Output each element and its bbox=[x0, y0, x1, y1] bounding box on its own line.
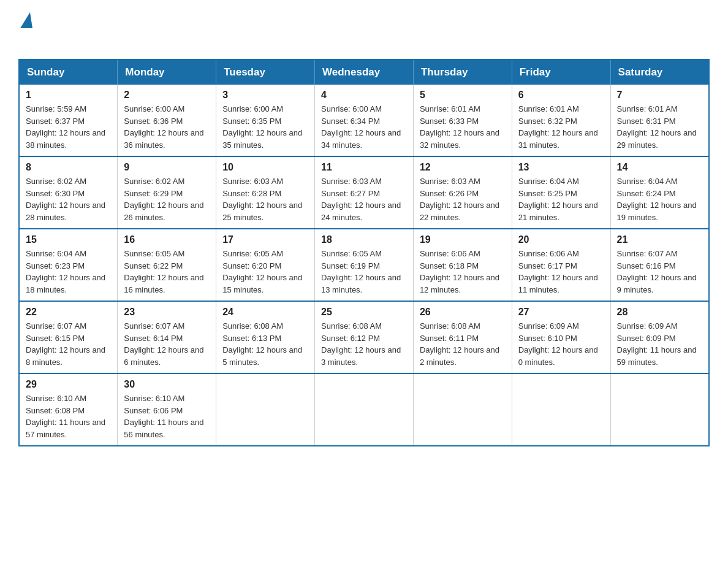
day-info: Sunrise: 6:08 AM Sunset: 6:13 PM Dayligh… bbox=[222, 320, 308, 368]
weekday-header-monday: Monday bbox=[118, 59, 216, 85]
day-cell-8: 8 Sunrise: 6:02 AM Sunset: 6:30 PM Dayli… bbox=[19, 156, 118, 229]
day-number: 2 bbox=[124, 90, 210, 101]
day-number: 23 bbox=[124, 307, 210, 318]
day-number: 5 bbox=[420, 90, 506, 101]
day-info: Sunrise: 6:01 AM Sunset: 6:31 PM Dayligh… bbox=[617, 103, 702, 151]
day-number: 22 bbox=[26, 307, 111, 318]
weekday-header-friday: Friday bbox=[512, 59, 610, 85]
day-info: Sunrise: 6:10 AM Sunset: 6:06 PM Dayligh… bbox=[124, 393, 210, 440]
day-info: Sunrise: 6:04 AM Sunset: 6:23 PM Dayligh… bbox=[26, 248, 111, 296]
day-cell-7: 7 Sunrise: 6:01 AM Sunset: 6:31 PM Dayli… bbox=[610, 85, 709, 156]
day-cell-13: 13 Sunrise: 6:04 AM Sunset: 6:25 PM Dayl… bbox=[512, 156, 610, 229]
day-info: Sunrise: 6:09 AM Sunset: 6:09 PM Dayligh… bbox=[617, 320, 702, 368]
weekday-header-wednesday: Wednesday bbox=[315, 59, 414, 85]
week-row-4: 22 Sunrise: 6:07 AM Sunset: 6:15 PM Dayl… bbox=[19, 301, 709, 373]
day-info: Sunrise: 6:02 AM Sunset: 6:29 PM Dayligh… bbox=[124, 175, 210, 223]
day-cell-9: 9 Sunrise: 6:02 AM Sunset: 6:29 PM Dayli… bbox=[118, 156, 216, 229]
day-number: 18 bbox=[321, 234, 407, 245]
day-info: Sunrise: 6:05 AM Sunset: 6:19 PM Dayligh… bbox=[321, 248, 407, 296]
day-number: 17 bbox=[222, 234, 308, 245]
day-cell-29: 29 Sunrise: 6:10 AM Sunset: 6:08 PM Dayl… bbox=[19, 373, 118, 446]
day-number: 9 bbox=[124, 162, 210, 173]
weekday-header-sunday: Sunday bbox=[19, 59, 118, 85]
day-cell-18: 18 Sunrise: 6:05 AM Sunset: 6:19 PM Dayl… bbox=[315, 229, 414, 301]
day-number: 28 bbox=[617, 307, 702, 318]
calendar-table: SundayMondayTuesdayWednesdayThursdayFrid… bbox=[18, 59, 710, 446]
day-cell-16: 16 Sunrise: 6:05 AM Sunset: 6:22 PM Dayl… bbox=[118, 229, 216, 301]
day-number: 27 bbox=[518, 307, 604, 318]
day-number: 24 bbox=[222, 307, 308, 318]
day-cell-1: 1 Sunrise: 5:59 AM Sunset: 6:37 PM Dayli… bbox=[19, 85, 118, 156]
day-number: 20 bbox=[518, 234, 604, 245]
day-info: Sunrise: 6:07 AM Sunset: 6:14 PM Dayligh… bbox=[124, 320, 210, 368]
day-info: Sunrise: 6:06 AM Sunset: 6:18 PM Dayligh… bbox=[420, 248, 506, 296]
day-info: Sunrise: 6:00 AM Sunset: 6:35 PM Dayligh… bbox=[222, 103, 308, 151]
day-info: Sunrise: 6:03 AM Sunset: 6:28 PM Dayligh… bbox=[222, 175, 308, 223]
day-cell-5: 5 Sunrise: 6:01 AM Sunset: 6:33 PM Dayli… bbox=[413, 85, 512, 156]
day-number: 26 bbox=[420, 307, 506, 318]
day-number: 4 bbox=[321, 90, 407, 101]
day-number: 14 bbox=[617, 162, 702, 173]
day-cell-17: 17 Sunrise: 6:05 AM Sunset: 6:20 PM Dayl… bbox=[216, 229, 315, 301]
day-info: Sunrise: 6:01 AM Sunset: 6:32 PM Dayligh… bbox=[518, 103, 604, 151]
day-info: Sunrise: 6:00 AM Sunset: 6:34 PM Dayligh… bbox=[321, 103, 407, 151]
day-cell-30: 30 Sunrise: 6:10 AM Sunset: 6:06 PM Dayl… bbox=[118, 373, 216, 446]
day-number: 25 bbox=[321, 307, 407, 318]
day-number: 6 bbox=[518, 90, 604, 101]
day-cell-28: 28 Sunrise: 6:09 AM Sunset: 6:09 PM Dayl… bbox=[610, 301, 709, 373]
day-number: 1 bbox=[26, 90, 111, 101]
week-row-2: 8 Sunrise: 6:02 AM Sunset: 6:30 PM Dayli… bbox=[19, 156, 709, 229]
day-cell-26: 26 Sunrise: 6:08 AM Sunset: 6:11 PM Dayl… bbox=[413, 301, 512, 373]
day-cell-27: 27 Sunrise: 6:09 AM Sunset: 6:10 PM Dayl… bbox=[512, 301, 610, 373]
day-cell-4: 4 Sunrise: 6:00 AM Sunset: 6:34 PM Dayli… bbox=[315, 85, 414, 156]
day-info: Sunrise: 6:10 AM Sunset: 6:08 PM Dayligh… bbox=[26, 393, 111, 440]
empty-cell-4-4 bbox=[413, 373, 512, 446]
day-info: Sunrise: 6:03 AM Sunset: 6:26 PM Dayligh… bbox=[420, 175, 506, 223]
weekday-header-thursday: Thursday bbox=[413, 59, 512, 85]
day-info: Sunrise: 6:04 AM Sunset: 6:25 PM Dayligh… bbox=[518, 175, 604, 223]
weekday-header-tuesday: Tuesday bbox=[216, 59, 315, 85]
day-info: Sunrise: 6:01 AM Sunset: 6:33 PM Dayligh… bbox=[420, 103, 506, 151]
day-info: Sunrise: 6:09 AM Sunset: 6:10 PM Dayligh… bbox=[518, 320, 604, 368]
day-cell-23: 23 Sunrise: 6:07 AM Sunset: 6:14 PM Dayl… bbox=[118, 301, 216, 373]
day-cell-19: 19 Sunrise: 6:06 AM Sunset: 6:18 PM Dayl… bbox=[413, 229, 512, 301]
day-cell-25: 25 Sunrise: 6:08 AM Sunset: 6:12 PM Dayl… bbox=[315, 301, 414, 373]
day-info: Sunrise: 6:02 AM Sunset: 6:30 PM Dayligh… bbox=[26, 175, 111, 223]
day-info: Sunrise: 6:06 AM Sunset: 6:17 PM Dayligh… bbox=[518, 248, 604, 296]
day-number: 19 bbox=[420, 234, 506, 245]
day-number: 7 bbox=[617, 90, 702, 101]
day-number: 12 bbox=[420, 162, 506, 173]
day-cell-6: 6 Sunrise: 6:01 AM Sunset: 6:32 PM Dayli… bbox=[512, 85, 610, 156]
day-info: Sunrise: 6:03 AM Sunset: 6:27 PM Dayligh… bbox=[321, 175, 407, 223]
week-row-3: 15 Sunrise: 6:04 AM Sunset: 6:23 PM Dayl… bbox=[19, 229, 709, 301]
day-info: Sunrise: 6:05 AM Sunset: 6:22 PM Dayligh… bbox=[124, 248, 210, 296]
day-info: Sunrise: 6:08 AM Sunset: 6:11 PM Dayligh… bbox=[420, 320, 506, 368]
day-cell-22: 22 Sunrise: 6:07 AM Sunset: 6:15 PM Dayl… bbox=[19, 301, 118, 373]
day-info: Sunrise: 6:07 AM Sunset: 6:15 PM Dayligh… bbox=[26, 320, 111, 368]
day-info: Sunrise: 6:00 AM Sunset: 6:36 PM Dayligh… bbox=[124, 103, 210, 151]
day-cell-20: 20 Sunrise: 6:06 AM Sunset: 6:17 PM Dayl… bbox=[512, 229, 610, 301]
day-number: 11 bbox=[321, 162, 407, 173]
day-info: Sunrise: 5:59 AM Sunset: 6:37 PM Dayligh… bbox=[26, 103, 111, 151]
weekday-header-saturday: Saturday bbox=[610, 59, 709, 85]
day-number: 10 bbox=[222, 162, 308, 173]
week-row-1: 1 Sunrise: 5:59 AM Sunset: 6:37 PM Dayli… bbox=[19, 85, 709, 156]
day-number: 29 bbox=[26, 379, 111, 390]
empty-cell-4-2 bbox=[216, 373, 315, 446]
day-info: Sunrise: 6:04 AM Sunset: 6:24 PM Dayligh… bbox=[617, 175, 702, 223]
day-number: 3 bbox=[222, 90, 308, 101]
day-cell-11: 11 Sunrise: 6:03 AM Sunset: 6:27 PM Dayl… bbox=[315, 156, 414, 229]
page-header bbox=[18, 12, 710, 47]
day-number: 16 bbox=[124, 234, 210, 245]
day-number: 8 bbox=[26, 162, 111, 173]
day-info: Sunrise: 6:07 AM Sunset: 6:16 PM Dayligh… bbox=[617, 248, 702, 296]
day-cell-2: 2 Sunrise: 6:00 AM Sunset: 6:36 PM Dayli… bbox=[118, 85, 216, 156]
day-info: Sunrise: 6:08 AM Sunset: 6:12 PM Dayligh… bbox=[321, 320, 407, 368]
weekday-header-row: SundayMondayTuesdayWednesdayThursdayFrid… bbox=[19, 59, 709, 85]
day-number: 30 bbox=[124, 379, 210, 390]
day-cell-21: 21 Sunrise: 6:07 AM Sunset: 6:16 PM Dayl… bbox=[610, 229, 709, 301]
day-cell-12: 12 Sunrise: 6:03 AM Sunset: 6:26 PM Dayl… bbox=[413, 156, 512, 229]
day-info: Sunrise: 6:05 AM Sunset: 6:20 PM Dayligh… bbox=[222, 248, 308, 296]
empty-cell-4-6 bbox=[610, 373, 709, 446]
day-number: 13 bbox=[518, 162, 604, 173]
